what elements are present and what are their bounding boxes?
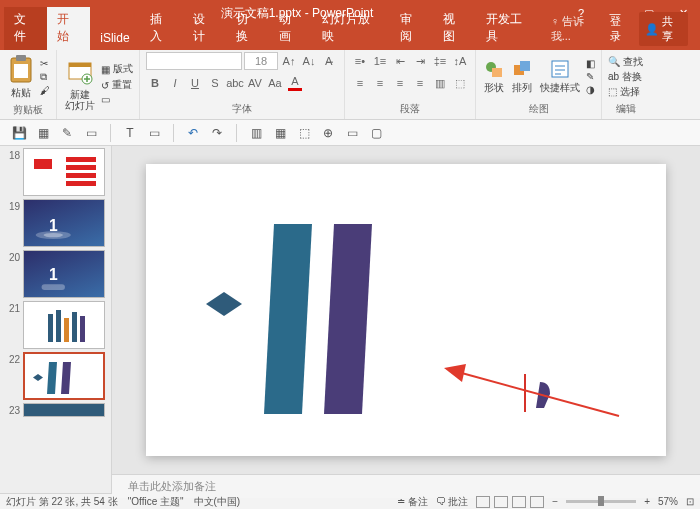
thumb-22[interactable] bbox=[23, 352, 105, 400]
align-center-button[interactable]: ≡ bbox=[371, 74, 389, 92]
qat-btn[interactable]: ⬚ bbox=[295, 124, 313, 142]
tab-islide[interactable]: iSlide bbox=[90, 27, 139, 50]
arrange-button[interactable]: 排列 bbox=[510, 57, 534, 97]
reset-icon: ↺ bbox=[101, 80, 109, 91]
font-size-combo[interactable]: 18 bbox=[244, 52, 278, 70]
svg-rect-2 bbox=[14, 64, 28, 78]
thumb-23[interactable] bbox=[23, 403, 105, 417]
qat-btn[interactable]: ▦ bbox=[271, 124, 289, 142]
find-button[interactable]: 🔍查找 bbox=[608, 55, 643, 69]
new-slide-button[interactable]: 新建 幻灯片 bbox=[63, 55, 97, 113]
save-button[interactable]: 💾 bbox=[10, 124, 28, 142]
shape-effects-button[interactable]: ◑ bbox=[586, 84, 595, 95]
zoom-out-button[interactable]: − bbox=[552, 496, 558, 507]
zoom-in-button[interactable]: + bbox=[644, 496, 650, 507]
language-indicator[interactable]: 中文(中国) bbox=[194, 495, 241, 509]
shape-fill-button[interactable]: ◧ bbox=[586, 58, 595, 69]
qat-btn[interactable]: ▭ bbox=[145, 124, 163, 142]
format-painter-button[interactable]: 🖌 bbox=[40, 85, 50, 96]
quick-styles-button[interactable]: 快捷样式 bbox=[538, 57, 582, 97]
thumb-21[interactable] bbox=[23, 301, 105, 349]
layout-button[interactable]: ▦版式 bbox=[101, 62, 133, 76]
section-button[interactable]: ▭ bbox=[101, 94, 133, 105]
redo-button[interactable]: ↷ bbox=[208, 124, 226, 142]
indent-dec-button[interactable]: ⇤ bbox=[391, 52, 409, 70]
shape-diamond[interactable] bbox=[206, 292, 242, 316]
qat-btn[interactable]: ▭ bbox=[82, 124, 100, 142]
thumb-18[interactable] bbox=[23, 148, 105, 196]
strike-button[interactable]: S bbox=[206, 74, 224, 92]
reset-button[interactable]: ↺重置 bbox=[101, 78, 133, 92]
columns-button[interactable]: ▥ bbox=[431, 74, 449, 92]
clear-format-button[interactable]: A̶ bbox=[320, 52, 338, 70]
bold-button[interactable]: B bbox=[146, 74, 164, 92]
qat-btn[interactable]: ▦ bbox=[34, 124, 52, 142]
group-label: 绘图 bbox=[529, 101, 549, 117]
justify-button[interactable]: ≡ bbox=[411, 74, 429, 92]
bullets-button[interactable]: ≡• bbox=[351, 52, 369, 70]
replace-button[interactable]: ab替换 bbox=[608, 70, 643, 84]
text-direction-button[interactable]: ↕A bbox=[451, 52, 469, 70]
shapes-icon bbox=[484, 59, 504, 79]
font-color-button[interactable]: A bbox=[286, 74, 304, 92]
tab-insert[interactable]: 插入 bbox=[140, 7, 183, 50]
thumb-20[interactable]: 1 bbox=[23, 250, 105, 298]
qat-btn[interactable]: ▢ bbox=[367, 124, 385, 142]
numbering-button[interactable]: 1≡ bbox=[371, 52, 389, 70]
slide-canvas[interactable] bbox=[112, 146, 700, 474]
align-left-button[interactable]: ≡ bbox=[351, 74, 369, 92]
tab-review[interactable]: 审阅 bbox=[390, 7, 433, 50]
shape-bar-teal[interactable] bbox=[264, 224, 312, 414]
smartart-button[interactable]: ⬚ bbox=[451, 74, 469, 92]
line-spacing-button[interactable]: ‡≡ bbox=[431, 52, 449, 70]
undo-button[interactable]: ↶ bbox=[184, 124, 202, 142]
svg-rect-9 bbox=[520, 61, 530, 71]
tab-transition[interactable]: 切换 bbox=[226, 7, 269, 50]
notes-toggle[interactable]: ≐ 备注 bbox=[397, 495, 428, 509]
view-buttons[interactable] bbox=[476, 496, 544, 508]
tab-design[interactable]: 设计 bbox=[183, 7, 226, 50]
tab-home[interactable]: 开始 bbox=[47, 7, 90, 50]
qat-btn[interactable]: T bbox=[121, 124, 139, 142]
tab-developer[interactable]: 开发工具 bbox=[476, 7, 542, 50]
login-link[interactable]: 登录 bbox=[610, 14, 631, 44]
thumb-19[interactable]: 1 bbox=[23, 199, 105, 247]
brush-icon: 🖌 bbox=[40, 85, 50, 96]
align-right-button[interactable]: ≡ bbox=[391, 74, 409, 92]
comments-toggle[interactable]: 🗨 批注 bbox=[436, 495, 469, 509]
qat-btn[interactable]: ⊕ bbox=[319, 124, 337, 142]
tab-view[interactable]: 视图 bbox=[433, 7, 476, 50]
thumbnail-panel[interactable]: 18 19 1 20 1 21 22 23 bbox=[0, 146, 112, 493]
underline-button[interactable]: U bbox=[186, 74, 204, 92]
shape-outline-button[interactable]: ✎ bbox=[586, 71, 595, 82]
tab-animation[interactable]: 动画 bbox=[269, 7, 312, 50]
case-button[interactable]: Aa bbox=[266, 74, 284, 92]
fit-button[interactable]: ⊡ bbox=[686, 496, 694, 507]
tellme-box[interactable]: ♀ 告诉我... bbox=[551, 14, 602, 44]
copy-button[interactable]: ⧉ bbox=[40, 71, 50, 83]
spacing-button[interactable]: AV bbox=[246, 74, 264, 92]
zoom-slider[interactable] bbox=[566, 500, 636, 503]
indent-inc-button[interactable]: ⇥ bbox=[411, 52, 429, 70]
zoom-level[interactable]: 57% bbox=[658, 496, 678, 507]
qat-btn[interactable]: ▥ bbox=[247, 124, 265, 142]
select-button[interactable]: ⬚选择 bbox=[608, 85, 643, 99]
shrink-font-button[interactable]: A↓ bbox=[300, 52, 318, 70]
cut-button[interactable]: ✂ bbox=[40, 58, 50, 69]
shape-bar-purple[interactable] bbox=[324, 224, 372, 414]
paste-button[interactable]: 粘贴 bbox=[6, 52, 36, 102]
tab-slideshow[interactable]: 幻灯片放映 bbox=[312, 7, 390, 50]
italic-button[interactable]: I bbox=[166, 74, 184, 92]
quick-styles-icon bbox=[550, 59, 570, 79]
qat-btn[interactable]: ▭ bbox=[343, 124, 361, 142]
shadow-button[interactable]: abc bbox=[226, 74, 244, 92]
tab-file[interactable]: 文件 bbox=[4, 7, 47, 50]
shapes-button[interactable]: 形状 bbox=[482, 57, 506, 97]
slide[interactable] bbox=[146, 164, 666, 456]
grow-font-button[interactable]: A↑ bbox=[280, 52, 298, 70]
font-name-combo[interactable] bbox=[146, 52, 242, 70]
pen-icon: ✎ bbox=[586, 71, 594, 82]
qat-btn[interactable]: ✎ bbox=[58, 124, 76, 142]
group-clipboard: 粘贴 ✂ ⧉ 🖌 剪贴板 bbox=[0, 50, 57, 119]
share-button[interactable]: 👤共享 bbox=[639, 12, 688, 46]
